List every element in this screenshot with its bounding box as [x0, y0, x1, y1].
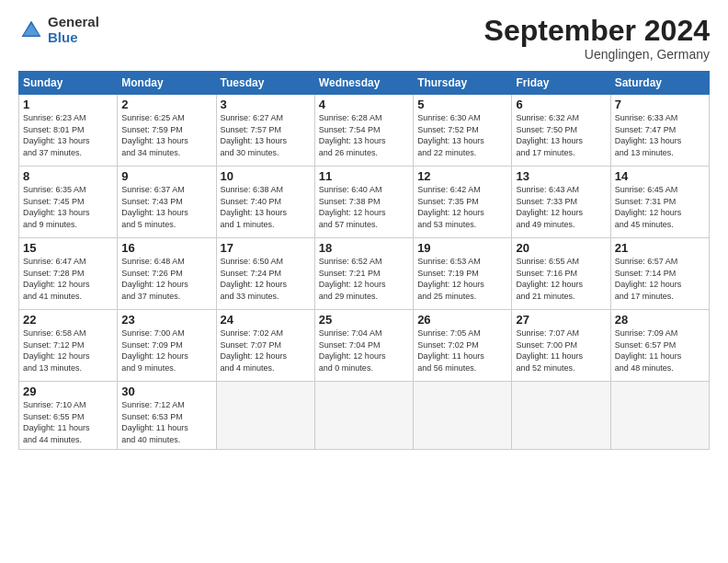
day-info: Sunrise: 7:04 AMSunset: 7:04 PMDaylight:…	[319, 328, 386, 373]
day-number: 5	[417, 98, 507, 111]
day-info: Sunrise: 7:12 AMSunset: 6:53 PMDaylight:…	[121, 400, 188, 444]
day-info: Sunrise: 6:55 AMSunset: 7:16 PMDaylight:…	[516, 257, 583, 301]
day-number: 22	[23, 313, 113, 327]
day-info: Sunrise: 6:32 AMSunset: 7:50 PMDaylight:…	[516, 113, 583, 157]
col-wednesday: Wednesday	[314, 72, 413, 95]
day-info: Sunrise: 6:35 AMSunset: 7:45 PMDaylight:…	[23, 185, 90, 229]
table-row: 8 Sunrise: 6:35 AMSunset: 7:45 PMDayligh…	[19, 167, 118, 238]
day-info: Sunrise: 6:30 AMSunset: 7:52 PMDaylight:…	[417, 113, 484, 157]
table-row: 28 Sunrise: 7:09 AMSunset: 6:57 PMDaylig…	[610, 310, 709, 382]
day-number: 27	[516, 313, 606, 327]
day-number: 2	[121, 98, 211, 111]
day-info: Sunrise: 6:38 AMSunset: 7:40 PMDaylight:…	[221, 185, 288, 229]
day-info: Sunrise: 6:28 AMSunset: 7:54 PMDaylight:…	[319, 113, 386, 157]
logo: General Blue	[18, 15, 99, 45]
day-number: 20	[516, 241, 606, 255]
day-number: 21	[615, 241, 705, 255]
table-row: 1 Sunrise: 6:23 AMSunset: 8:01 PMDayligh…	[19, 95, 118, 167]
table-row	[314, 382, 413, 449]
table-row: 11 Sunrise: 6:40 AMSunset: 7:38 PMDaylig…	[314, 167, 413, 238]
day-number: 18	[319, 241, 409, 255]
day-info: Sunrise: 7:09 AMSunset: 6:57 PMDaylight:…	[615, 328, 682, 373]
table-row: 24 Sunrise: 7:02 AMSunset: 7:07 PMDaylig…	[216, 310, 314, 382]
col-sunday: Sunday	[19, 72, 118, 95]
title-block: September 2024 Uenglingen, Germany	[484, 15, 710, 62]
day-number: 12	[417, 169, 507, 183]
weekday-header-row: Sunday Monday Tuesday Wednesday Thursday…	[19, 72, 710, 95]
logo-general: General	[48, 15, 99, 30]
table-row: 10 Sunrise: 6:38 AMSunset: 7:40 PMDaylig…	[216, 167, 314, 238]
day-number: 24	[221, 313, 311, 327]
table-row: 7 Sunrise: 6:33 AMSunset: 7:47 PMDayligh…	[610, 95, 709, 167]
table-row: 13 Sunrise: 6:43 AMSunset: 7:33 PMDaylig…	[512, 167, 610, 238]
day-info: Sunrise: 6:37 AMSunset: 7:43 PMDaylight:…	[121, 185, 188, 229]
table-row: 2 Sunrise: 6:25 AMSunset: 7:59 PMDayligh…	[118, 95, 216, 167]
logo-icon	[18, 17, 44, 43]
day-number: 17	[221, 241, 311, 255]
table-row: 4 Sunrise: 6:28 AMSunset: 7:54 PMDayligh…	[314, 95, 413, 167]
day-number: 14	[615, 169, 705, 183]
logo-blue: Blue	[48, 30, 99, 46]
page: General Blue September 2024 Uenglingen, …	[0, 0, 728, 563]
day-number: 25	[319, 313, 409, 327]
table-row: 20 Sunrise: 6:55 AMSunset: 7:16 PMDaylig…	[512, 238, 610, 310]
day-info: Sunrise: 6:33 AMSunset: 7:47 PMDaylight:…	[615, 113, 682, 157]
day-info: Sunrise: 6:47 AMSunset: 7:28 PMDaylight:…	[23, 257, 90, 301]
day-number: 13	[516, 169, 606, 183]
day-number: 19	[417, 241, 507, 255]
day-number: 4	[319, 98, 409, 111]
table-row	[512, 382, 610, 449]
day-number: 23	[121, 313, 211, 327]
col-thursday: Thursday	[414, 72, 512, 95]
table-row: 14 Sunrise: 6:45 AMSunset: 7:31 PMDaylig…	[610, 167, 709, 238]
day-number: 6	[516, 98, 606, 111]
day-info: Sunrise: 6:42 AMSunset: 7:35 PMDaylight:…	[417, 185, 484, 229]
table-row	[610, 382, 709, 449]
table-row: 22 Sunrise: 6:58 AMSunset: 7:12 PMDaylig…	[19, 310, 118, 382]
day-info: Sunrise: 6:50 AMSunset: 7:24 PMDaylight:…	[221, 257, 288, 301]
table-row: 26 Sunrise: 7:05 AMSunset: 7:02 PMDaylig…	[414, 310, 512, 382]
day-info: Sunrise: 6:48 AMSunset: 7:26 PMDaylight:…	[121, 257, 188, 301]
table-row: 3 Sunrise: 6:27 AMSunset: 7:57 PMDayligh…	[216, 95, 314, 167]
table-row: 12 Sunrise: 6:42 AMSunset: 7:35 PMDaylig…	[414, 167, 512, 238]
table-row: 21 Sunrise: 6:57 AMSunset: 7:14 PMDaylig…	[610, 238, 709, 310]
table-row: 25 Sunrise: 7:04 AMSunset: 7:04 PMDaylig…	[314, 310, 413, 382]
table-row: 16 Sunrise: 6:48 AMSunset: 7:26 PMDaylig…	[118, 238, 216, 310]
day-number: 15	[23, 241, 113, 255]
day-number: 30	[121, 385, 211, 398]
day-info: Sunrise: 6:58 AMSunset: 7:12 PMDaylight:…	[23, 328, 90, 373]
day-info: Sunrise: 7:10 AMSunset: 6:55 PMDaylight:…	[23, 400, 90, 444]
day-number: 9	[121, 169, 211, 183]
day-number: 10	[221, 169, 311, 183]
day-info: Sunrise: 6:53 AMSunset: 7:19 PMDaylight:…	[417, 257, 484, 301]
location-subtitle: Uenglingen, Germany	[484, 47, 710, 62]
table-row: 27 Sunrise: 7:07 AMSunset: 7:00 PMDaylig…	[512, 310, 610, 382]
logo-text: General Blue	[48, 15, 99, 45]
day-info: Sunrise: 6:52 AMSunset: 7:21 PMDaylight:…	[319, 257, 386, 301]
day-info: Sunrise: 7:05 AMSunset: 7:02 PMDaylight:…	[417, 328, 484, 373]
table-row: 30 Sunrise: 7:12 AMSunset: 6:53 PMDaylig…	[118, 382, 216, 449]
day-number: 11	[319, 169, 409, 183]
col-friday: Friday	[512, 72, 610, 95]
day-info: Sunrise: 6:23 AMSunset: 8:01 PMDaylight:…	[23, 113, 90, 157]
day-number: 1	[23, 98, 113, 111]
day-number: 29	[23, 385, 113, 398]
table-row: 5 Sunrise: 6:30 AMSunset: 7:52 PMDayligh…	[414, 95, 512, 167]
day-info: Sunrise: 6:57 AMSunset: 7:14 PMDaylight:…	[615, 257, 682, 301]
day-number: 3	[221, 98, 311, 111]
table-row: 15 Sunrise: 6:47 AMSunset: 7:28 PMDaylig…	[19, 238, 118, 310]
day-number: 7	[615, 98, 705, 111]
col-saturday: Saturday	[610, 72, 709, 95]
table-row: 29 Sunrise: 7:10 AMSunset: 6:55 PMDaylig…	[19, 382, 118, 449]
day-number: 16	[121, 241, 211, 255]
day-info: Sunrise: 7:07 AMSunset: 7:00 PMDaylight:…	[516, 328, 583, 373]
day-info: Sunrise: 6:27 AMSunset: 7:57 PMDaylight:…	[221, 113, 288, 157]
day-info: Sunrise: 7:02 AMSunset: 7:07 PMDaylight:…	[221, 328, 288, 373]
table-row: 19 Sunrise: 6:53 AMSunset: 7:19 PMDaylig…	[414, 238, 512, 310]
header: General Blue September 2024 Uenglingen, …	[18, 15, 710, 62]
table-row: 6 Sunrise: 6:32 AMSunset: 7:50 PMDayligh…	[512, 95, 610, 167]
table-row	[216, 382, 314, 449]
month-title: September 2024	[484, 15, 710, 47]
day-info: Sunrise: 6:43 AMSunset: 7:33 PMDaylight:…	[516, 185, 583, 229]
day-info: Sunrise: 6:40 AMSunset: 7:38 PMDaylight:…	[319, 185, 386, 229]
